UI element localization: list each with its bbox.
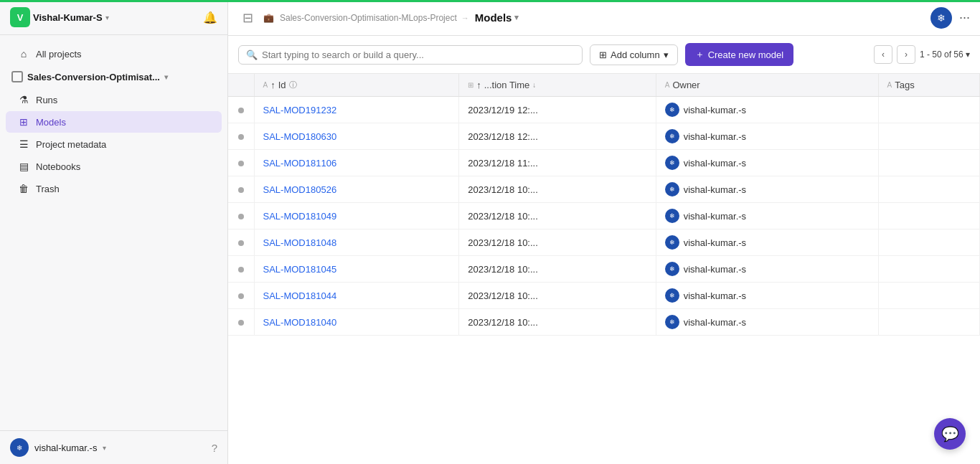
topbar-title: Models ▾ [475,11,519,24]
row-id-cell: SAL-MOD181048 [254,229,459,256]
model-id-link[interactable]: SAL-MOD181044 [263,290,337,301]
col-id-info-icon[interactable]: ⓘ [289,80,297,90]
row-indicator-cell [228,309,254,336]
sidebar-item-trash[interactable]: 🗑 Trash [6,178,222,199]
owner-avatar: ❄ [665,288,679,303]
sidebar-item-notebooks[interactable]: ▤ Notebooks [6,156,222,177]
row-indicator-dot [238,214,244,219]
row-owner-cell: ❄vishal-kumar.-s [656,123,878,150]
topbar-more-icon[interactable]: ··· [959,10,970,25]
row-time-cell: 2023/12/18 10:... [459,229,656,256]
owner-avatar: ❄ [665,129,679,143]
owner-avatar: ❄ [665,235,679,250]
table-row: SAL-MOD1810442023/12/18 10:...❄vishal-ku… [228,283,980,309]
owner-name: vishal-kumar.-s [684,317,746,328]
row-indicator-dot [238,240,244,246]
col-creation-time[interactable]: ⊞ ↑ ...tion Time ↓ [459,74,656,97]
table-row: SAL-MOD1811062023/12/18 11:...❄vishal-ku… [228,150,980,176]
sidebar-toggle-icon[interactable]: ⊟ [238,9,258,27]
col-id[interactable]: A ↑ Id ⓘ [254,74,459,97]
col-time-label: ...tion Time [484,80,530,90]
row-time-cell: 2023/12/18 10:... [459,283,656,309]
search-input[interactable] [262,49,575,60]
row-indicator-dot [238,293,244,299]
project-metadata-label: Project metadata [36,139,106,150]
model-id-link[interactable]: SAL-MOD181048 [263,237,337,248]
owner-snowflake-icon: ❄ [669,106,675,113]
table-row: SAL-MOD1810482023/12/18 10:...❄vishal-ku… [228,229,980,256]
search-bar[interactable]: 🔍 [238,45,583,65]
owner-name: vishal-kumar.-s [684,290,746,301]
models-table: A ↑ Id ⓘ ⊞ ↑ ...tion Time ↓ [228,74,980,336]
owner-snowflake-icon: ❄ [669,159,675,166]
models-table-container: A ↑ Id ⓘ ⊞ ↑ ...tion Time ↓ [228,74,980,464]
row-time-cell: 2023/12/18 10:... [459,309,656,336]
sidebar-item-models[interactable]: ⊞ Models [6,111,222,133]
chat-icon: 💬 [941,425,959,442]
add-column-button[interactable]: ⊞ Add column ▾ [590,44,678,65]
user-name: Vishal-Kumar-S [33,12,103,23]
owner-name: vishal-kumar.-s [684,131,746,142]
table-header-row: A ↑ Id ⓘ ⊞ ↑ ...tion Time ↓ [228,74,980,97]
project-chevron-icon: ▾ [164,73,168,81]
col-tags: A Tags [878,74,979,97]
notification-bell-icon[interactable]: 🔔 [203,11,217,24]
toolbar: 🔍 ⊞ Add column ▾ ＋ Create new model ‹ › … [228,36,980,74]
row-owner-cell: ❄vishal-kumar.-s [656,229,878,256]
row-indicator-dot [238,161,244,166]
row-indicator-dot [238,320,244,326]
row-indicator-cell [228,256,254,283]
model-id-link[interactable]: SAL-MOD181049 [263,211,337,222]
model-id-link[interactable]: SAL-MOD181045 [263,264,337,275]
owner-avatar: ❄ [665,209,679,223]
owner-snowflake-icon: ❄ [669,265,675,273]
col-indicator [228,74,254,97]
owner-avatar: ❄ [665,262,679,276]
model-id-link[interactable]: SAL-MOD191232 [263,105,337,115]
footer-username: vishal-kumar.-s [34,442,97,453]
row-id-cell: SAL-MOD191232 [254,97,459,123]
sidebar-item-project-metadata[interactable]: ☰ Project metadata [6,133,222,155]
model-id-link[interactable]: SAL-MOD180630 [263,131,337,142]
pagination-next-button[interactable]: › [897,45,915,64]
owner-name: vishal-kumar.-s [684,237,746,248]
table-row: SAL-MOD1810452023/12/18 10:...❄vishal-ku… [228,256,980,283]
sidebar-project-header[interactable]: Sales-Conversion-Optimisat... ▾ [0,66,227,87]
row-owner-cell: ❄vishal-kumar.-s [656,309,878,336]
owner-name: vishal-kumar.-s [684,264,746,275]
row-owner-cell: ❄vishal-kumar.-s [656,203,878,229]
model-id-link[interactable]: SAL-MOD181106 [263,158,337,169]
pagination: ‹ › 1 - 50 of 56 ▾ [874,45,970,64]
user-chevron-icon: ▾ [105,14,109,22]
trash-icon: 🗑 [17,183,30,194]
user-row[interactable]: V Vishal-Kumar-S ▾ [10,7,197,27]
model-id-link[interactable]: SAL-MOD180526 [263,184,337,195]
table-row: SAL-MOD1810402023/12/18 10:...❄vishal-ku… [228,309,980,336]
topbar-snowflake-icon: ❄ [937,12,946,24]
main-content: ⊟ 💼 Sales-Conversion-Optimisation-MLops-… [228,0,980,464]
table-row: SAL-MOD1810492023/12/18 10:...❄vishal-ku… [228,203,980,229]
create-new-model-button[interactable]: ＋ Create new model [685,43,794,66]
breadcrumb-project: Sales-Conversion-Optimisation-MLops-Proj… [280,13,457,23]
models-label: Models [36,117,66,128]
row-indicator-cell [228,97,254,123]
section-chevron-icon[interactable]: ▾ [514,13,519,22]
owner-snowflake-icon: ❄ [669,239,675,246]
row-time-cell: 2023/12/18 10:... [459,176,656,203]
search-icon: 🔍 [246,49,258,60]
owner-name: vishal-kumar.-s [684,158,746,169]
sidebar-item-runs[interactable]: ⚗ Runs [6,89,222,110]
all-projects-label: All projects [36,49,82,60]
prev-icon: ‹ [882,49,885,60]
pagination-prev-button[interactable]: ‹ [874,45,892,64]
col-id-sort-icon: ↑ [270,80,275,90]
row-indicator-cell [228,123,254,150]
owner-name: vishal-kumar.-s [684,184,746,195]
sidebar-item-all-projects[interactable]: ⌂ All projects [6,43,222,65]
row-time-cell: 2023/12/18 11:... [459,150,656,176]
owner-snowflake-icon: ❄ [669,292,675,299]
chat-button[interactable]: 💬 [934,418,966,450]
help-icon[interactable]: ? [212,442,217,454]
table-row: SAL-MOD1912322023/12/19 12:...❄vishal-ku… [228,97,980,123]
model-id-link[interactable]: SAL-MOD181040 [263,317,337,328]
